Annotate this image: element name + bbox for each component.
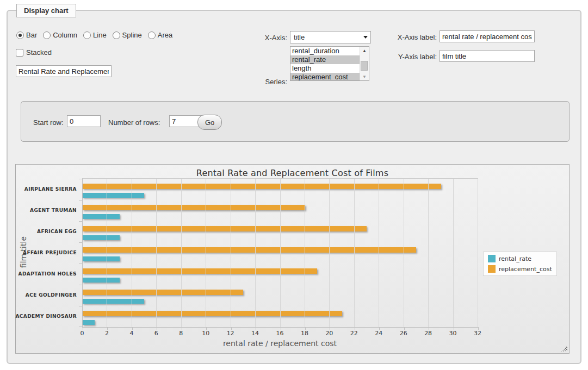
- series-option-length[interactable]: length: [290, 64, 360, 73]
- x-axis-title: rental rate / replacement cost: [82, 339, 478, 348]
- bar-rental_rate[interactable]: [83, 278, 120, 283]
- series-option-rental_duration[interactable]: rental_duration: [290, 47, 360, 55]
- go-button[interactable]: Go: [197, 115, 222, 130]
- bar-rental_rate[interactable]: [83, 193, 144, 198]
- x-tick-label: 20: [325, 330, 333, 337]
- bar-rental_rate[interactable]: [83, 299, 144, 304]
- chart-type-option-spline[interactable]: Spline: [113, 31, 142, 39]
- legend-item-replacement_cost[interactable]: replacement_cost: [488, 265, 552, 273]
- x-tick-label: 28: [424, 330, 432, 337]
- x-tick-label: 12: [227, 330, 234, 337]
- bar-replacement_cost[interactable]: [83, 268, 317, 274]
- row-controls-panel: Start row: Number of rows: Go: [21, 101, 570, 142]
- scroll-up-icon[interactable]: ▲: [360, 47, 369, 54]
- radio-icon: [113, 32, 120, 39]
- y-tick-mark: [79, 242, 82, 243]
- scrollbar-thumb[interactable]: [361, 61, 368, 71]
- series-options: rental_durationrental_ratelengthreplacem…: [290, 47, 360, 80]
- x-tick-label: 26: [400, 330, 407, 337]
- y-axis-label-input[interactable]: [440, 50, 535, 62]
- bar-replacement_cost[interactable]: [83, 247, 416, 253]
- chart-type-option-line[interactable]: Line: [83, 31, 107, 39]
- gridline: [354, 179, 355, 327]
- fieldset-legend: Display chart: [16, 4, 76, 17]
- chart-container: Rental Rate and Replacement Cost of Film…: [15, 164, 570, 354]
- scroll-down-icon[interactable]: ▼: [360, 73, 369, 80]
- gridline: [156, 179, 157, 327]
- chart-title: Rental Rate and Replacement Cost of Film…: [16, 168, 569, 178]
- y-tick-mark: [79, 306, 82, 306]
- gridline: [453, 179, 454, 327]
- bar-rental_rate[interactable]: [83, 235, 120, 240]
- x-tick-label: 16: [276, 330, 284, 337]
- series-option-replacement_cost[interactable]: replacement_cost: [290, 73, 360, 80]
- radio-icon: [43, 32, 51, 39]
- bar-replacement_cost[interactable]: [83, 311, 342, 316]
- radio-icon: [83, 32, 91, 39]
- category-band: [83, 306, 478, 327]
- y-axis-field-label: Y-Axis label:: [383, 53, 437, 61]
- x-tick-label: 6: [154, 330, 158, 337]
- series-listbox[interactable]: rental_durationrental_ratelengthreplacem…: [290, 46, 369, 81]
- x-axis-label-input[interactable]: [440, 30, 535, 42]
- gridline: [329, 179, 330, 327]
- x-tick-label: 22: [350, 330, 358, 337]
- stacked-checkbox[interactable]: [16, 49, 23, 57]
- chart-title-input[interactable]: [16, 65, 112, 77]
- chart-type-option-area[interactable]: Area: [148, 31, 172, 39]
- bars-layer: [83, 179, 478, 327]
- y-tick-mark: [79, 179, 82, 179]
- bar-rental_rate[interactable]: [83, 214, 120, 219]
- page: Display chart BarColumnLineSplineArea St…: [0, 0, 588, 370]
- gridline: [478, 179, 478, 327]
- gridline: [305, 179, 305, 327]
- bar-rental_rate[interactable]: [83, 256, 120, 261]
- category-label: ACE GOLDFINGER: [16, 284, 77, 305]
- bar-replacement_cost[interactable]: [83, 226, 367, 231]
- legend-item-rental_rate[interactable]: rental_rate: [488, 255, 552, 262]
- x-tick-labels: 02468101214161820222426283032: [82, 330, 478, 337]
- chart-type-option-label: Area: [158, 31, 172, 39]
- x-axis-selected-value: title: [294, 33, 305, 41]
- x-axis-select[interactable]: title: [290, 31, 371, 43]
- legend-label: replacement_cost: [499, 266, 552, 273]
- category-label: ADAPTATION HOLES: [16, 263, 77, 284]
- stacked-checkbox-row[interactable]: Stacked: [16, 48, 52, 57]
- start-row-input[interactable]: [67, 115, 101, 127]
- category-band: [83, 200, 478, 221]
- x-tick-label: 0: [81, 330, 84, 337]
- series-option-rental_rate[interactable]: rental_rate: [290, 55, 360, 64]
- category-band: [83, 221, 478, 242]
- category-band: [83, 264, 478, 285]
- y-tick-mark: [79, 327, 82, 327]
- chart-type-option-label: Line: [93, 31, 107, 39]
- x-tick-label: 10: [202, 330, 209, 337]
- chart-type-option-label: Column: [53, 31, 77, 39]
- bar-replacement_cost[interactable]: [83, 205, 305, 210]
- y-tick-mark: [79, 264, 82, 264]
- x-tick-label: 2: [105, 330, 109, 337]
- bar-replacement_cost[interactable]: [83, 184, 441, 189]
- series-scrollbar[interactable]: ▲ ▼: [360, 47, 369, 80]
- x-tick-label: 24: [375, 330, 382, 337]
- resize-grip-icon[interactable]: [561, 346, 567, 352]
- category-label: AFFAIR PREJUDICE: [16, 242, 77, 263]
- gridline: [132, 179, 132, 327]
- category-label: AGENT TRUMAN: [16, 199, 77, 221]
- category-band: [83, 285, 478, 306]
- gridline: [428, 179, 429, 327]
- chart-type-radio-group: BarColumnLineSplineArea: [16, 31, 172, 39]
- chart-type-option-bar[interactable]: Bar: [16, 31, 37, 39]
- category-label: AIRPLANE SIERRA: [16, 178, 77, 199]
- category-label: AFRICAN EGG: [16, 221, 77, 242]
- bar-rental_rate[interactable]: [83, 320, 95, 325]
- category-band: [83, 242, 478, 264]
- radio-icon: [148, 32, 156, 39]
- gridline: [206, 179, 206, 327]
- gridline: [379, 179, 379, 327]
- chart-type-option-label: Bar: [26, 31, 37, 39]
- stacked-label: Stacked: [26, 48, 52, 57]
- gridline: [255, 179, 256, 327]
- legend-swatch: [488, 255, 496, 262]
- chart-type-option-column[interactable]: Column: [43, 31, 77, 39]
